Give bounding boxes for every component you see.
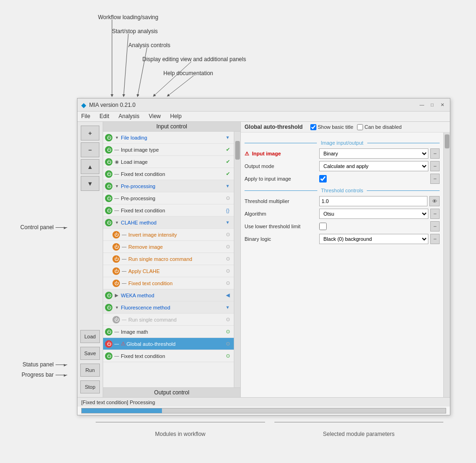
threshold-multiplier-eye-button[interactable]: 👁 — [429, 196, 440, 206]
binary-logic-select[interactable]: Black (0) background White (0) backgroun… — [319, 234, 428, 244]
module-name[interactable]: Fixed text condition — [121, 208, 224, 213]
module-name[interactable]: Image math — [121, 329, 224, 335]
module-expand-icon[interactable]: ▾ — [113, 134, 120, 141]
module-expand-icon[interactable]: ▾ — [113, 183, 120, 189]
module-expand-icon[interactable]: ▾ — [113, 304, 120, 311]
module-status-icon: ⊙ — [224, 328, 232, 336]
module-name[interactable]: Invert image intensity — [128, 232, 224, 238]
run-button[interactable]: Run — [80, 364, 100, 377]
module-expand-icon: — — [113, 147, 120, 153]
table-row: ⏻ ◉ Load image ✔ — [103, 156, 234, 168]
module-power-icon[interactable]: ⏻ — [105, 219, 112, 226]
table-row: ⏻ — Fixed text condition ⊙ — [103, 277, 234, 289]
input-image-select[interactable]: Binary — [319, 148, 428, 159]
menu-analysis[interactable]: Analysis — [117, 112, 141, 120]
status-text: [Fixed text condition] Processing — [81, 400, 155, 405]
section-line-left — [245, 143, 317, 143]
module-power-icon[interactable]: ⏻ — [105, 195, 112, 202]
module-name[interactable]: WEKA method — [121, 293, 224, 298]
param-label-binary-logic: Binary logic — [245, 236, 319, 242]
algorithm-select[interactable]: Otsu Triangle Mean — [319, 209, 428, 219]
window-controls: — □ ✕ — [418, 101, 446, 109]
show-basic-title-checkbox[interactable]: Show basic title — [310, 124, 353, 130]
module-power-icon[interactable]: ⏻ — [105, 207, 112, 214]
module-expand-icon: — — [121, 244, 127, 250]
module-name[interactable]: CLAHE method — [121, 220, 224, 225]
module-power-icon[interactable]: ⏻ — [105, 292, 112, 299]
can-be-disabled-input[interactable] — [357, 124, 363, 130]
progress-bar-label: Progress bar — [21, 372, 54, 378]
output-mode-select[interactable]: Calculate and apply Calculate only — [319, 161, 428, 171]
module-name[interactable]: Pre-processing — [121, 183, 224, 189]
params-scrollbar[interactable] — [443, 133, 450, 397]
module-name[interactable]: Fixed text condition — [128, 281, 224, 286]
threshold-multiplier-input[interactable] — [319, 196, 427, 206]
module-expand-icon[interactable]: ▶ — [113, 292, 120, 299]
module-name[interactable]: Fluorescence method — [121, 305, 224, 310]
table-row[interactable]: ⏻ — ⚠ Global auto-threshold ⊙ — [103, 338, 234, 350]
input-image-minus-button[interactable]: − — [430, 148, 440, 159]
binary-logic-minus-button[interactable]: − — [430, 234, 440, 244]
menu-file[interactable]: File — [79, 112, 92, 120]
module-name[interactable]: Fixed text condition — [121, 353, 224, 359]
minimize-button[interactable]: — — [418, 101, 426, 109]
output-mode-minus-button[interactable]: − — [430, 161, 440, 171]
module-power-icon[interactable]: ⏻ — [112, 267, 120, 275]
add-module-button[interactable]: + — [81, 126, 99, 140]
module-name[interactable]: File loading — [121, 135, 224, 140]
param-control-output-mode: Calculate and apply Calculate only − — [319, 161, 440, 171]
module-power-icon[interactable]: ⏻ — [112, 316, 120, 323]
remove-module-button[interactable]: − — [81, 142, 99, 157]
apply-input-minus-button[interactable]: − — [430, 174, 440, 184]
module-name[interactable]: Run single macro command — [128, 256, 224, 262]
module-name[interactable]: Apply CLAHE — [128, 268, 224, 274]
module-name[interactable]: Fixed text condition — [121, 171, 224, 177]
module-power-icon[interactable]: ⏻ — [105, 340, 112, 348]
close-button[interactable]: ✕ — [439, 101, 446, 109]
module-name[interactable]: Remove image — [128, 244, 224, 250]
show-basic-title-input[interactable] — [310, 124, 316, 130]
table-row: ⏻ ▾ File loading ▾ — [103, 132, 234, 144]
module-power-icon[interactable]: ⏻ — [105, 170, 112, 178]
load-button[interactable]: Load — [80, 330, 100, 343]
module-power-icon[interactable]: ⏻ — [112, 231, 120, 239]
module-power-icon[interactable]: ⏻ — [105, 146, 112, 154]
module-name[interactable]: Load image — [121, 159, 224, 165]
scrollbar-thumb[interactable] — [235, 141, 240, 160]
can-be-disabled-checkbox[interactable]: Can be disabled — [357, 124, 402, 130]
module-power-icon[interactable]: ⏻ — [105, 352, 112, 360]
module-power-icon[interactable]: ⏻ — [105, 158, 112, 166]
algorithm-minus-button[interactable]: − — [430, 209, 440, 219]
maximize-button[interactable]: □ — [428, 101, 436, 109]
modules-scrollbar[interactable] — [234, 132, 240, 387]
module-power-icon[interactable]: ⏻ — [105, 134, 112, 141]
module-name[interactable]: Pre-processing — [121, 196, 224, 201]
module-power-icon[interactable]: ⏻ — [105, 304, 112, 311]
lower-threshold-checkbox[interactable] — [319, 223, 327, 230]
menu-edit[interactable]: Edit — [98, 112, 111, 120]
stop-button[interactable]: Stop — [80, 380, 100, 393]
module-power-icon[interactable]: ⏻ — [105, 182, 112, 190]
menu-help[interactable]: Help — [168, 112, 184, 120]
apply-input-checkbox[interactable] — [319, 175, 327, 182]
module-power-icon[interactable]: ⏻ — [112, 243, 120, 251]
move-down-button[interactable]: ▼ — [81, 176, 99, 191]
save-button[interactable]: Save — [80, 347, 100, 360]
move-up-button[interactable]: ▲ — [81, 159, 99, 174]
menu-view[interactable]: View — [147, 112, 163, 120]
module-name[interactable]: Input image type — [121, 147, 224, 153]
threshold-divider: Threshold controls — [245, 188, 440, 193]
module-name[interactable]: Global auto-threshold — [126, 341, 224, 347]
table-row: ⏻ — Fixed text condition ✔ — [103, 168, 234, 180]
params-scrollbar-thumb[interactable] — [445, 134, 449, 148]
module-name[interactable]: Run single command — [128, 317, 224, 323]
module-power-icon[interactable]: ⏻ — [105, 328, 112, 336]
section-label-threshold: Threshold controls — [317, 188, 367, 193]
param-control-threshold-multiplier: 👁 — [319, 196, 440, 206]
module-power-icon[interactable]: ⏻ — [112, 255, 120, 263]
lower-threshold-minus-button[interactable]: − — [430, 221, 440, 232]
module-expand-icon[interactable]: ▾ — [113, 219, 120, 226]
svg-line-3 — [138, 48, 147, 96]
module-power-icon[interactable]: ⏻ — [112, 280, 120, 287]
module-status-icon: ⊙ — [224, 279, 232, 288]
